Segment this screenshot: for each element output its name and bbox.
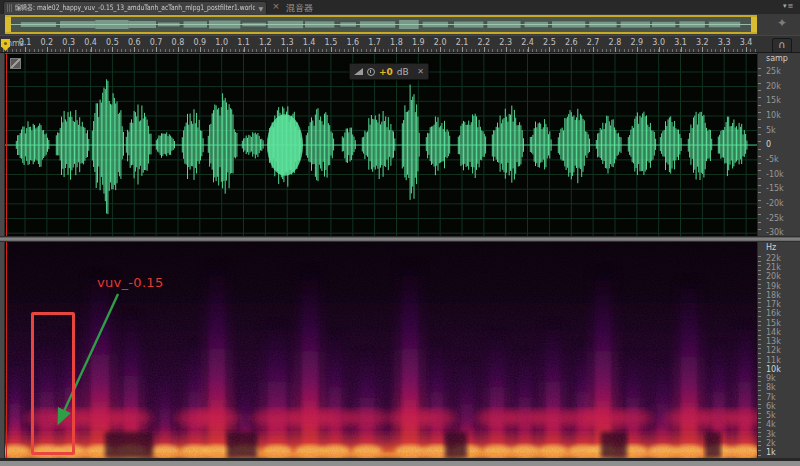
frequency-scale-unit: Hz <box>766 243 776 252</box>
ruler-major-tick <box>528 47 529 52</box>
scale-label: 0 <box>766 140 771 149</box>
ruler-tick-label: 1.5 <box>325 38 338 47</box>
ruler-major-tick <box>112 47 113 52</box>
ruler-major-tick <box>440 47 441 52</box>
gain-value[interactable]: +0 <box>379 67 393 77</box>
waveform-canvas <box>5 54 757 237</box>
panel-tab-bar: 编辑器: male02_happy_vuv_-0.15_13_amduTanh_… <box>0 0 800 15</box>
gain-unit-label: dB <box>397 67 409 77</box>
ruler-tick-label: 2.9 <box>630 38 643 47</box>
scale-label: -15k <box>766 184 784 193</box>
ruler-major-tick <box>91 47 92 52</box>
panel-menu-icon[interactable]: ▾≡ <box>783 2 794 10</box>
waveform-view[interactable]: +0 dB ✕ <box>5 53 757 236</box>
audio-editor-window: 编辑器: male02_happy_vuv_-0.15_13_amduTanh_… <box>0 0 800 466</box>
horizontal-scrollbar[interactable] <box>0 458 800 466</box>
chevron-down-icon[interactable]: ▼ <box>258 5 263 12</box>
ruler-major-tick <box>134 47 135 52</box>
ruler-tick-label: 2.8 <box>609 38 622 47</box>
ruler-major-tick <box>593 47 594 52</box>
tab-grip-icon <box>7 4 12 12</box>
star-icon: ✦ <box>777 16 787 30</box>
ruler-tick-label: 0.1 <box>19 38 32 47</box>
ruler-major-tick <box>746 47 747 52</box>
ruler-tick-label: 2.3 <box>499 38 512 47</box>
fade-ramp-icon[interactable] <box>354 68 363 75</box>
ruler-tick-label: 0.3 <box>62 38 75 47</box>
ruler-major-tick <box>659 47 660 52</box>
ruler-tick-label: 1.9 <box>412 38 425 47</box>
amplitude-scale[interactable]: samp 25k20k15k10k5k0-5k-10k-15k-20k-25k-… <box>757 53 800 236</box>
ruler-major-tick <box>69 47 70 52</box>
overview-row: ✦ <box>0 14 800 35</box>
frequency-scale[interactable]: Hz 22k21k20k19k18k17k16k15k14k13k12k11k1… <box>757 242 800 458</box>
ruler-tick-label: 1.6 <box>346 38 359 47</box>
ruler-tick-label: 3.0 <box>652 38 665 47</box>
scale-label: 3k <box>766 430 776 439</box>
ruler-ticks: 0.10.20.30.40.50.60.70.80.91.01.11.21.31… <box>5 36 757 52</box>
ruler-tick-label: 1.3 <box>281 38 294 47</box>
ruler-major-tick <box>571 47 572 52</box>
ruler-major-tick <box>681 47 682 52</box>
tab-close-icon[interactable]: × <box>271 1 281 11</box>
overview-waveform <box>11 17 751 32</box>
ruler-major-tick <box>353 47 354 52</box>
scale-label: 20k <box>766 272 781 281</box>
scale-label: 7k <box>766 393 776 402</box>
ruler-tick-label: 1.1 <box>237 38 250 47</box>
ruler-major-tick <box>484 47 485 52</box>
spectrogram-view[interactable]: vuv_-0.15 <box>5 242 757 458</box>
range-handle-right[interactable] <box>751 17 757 32</box>
ruler-major-tick <box>200 47 201 52</box>
time-ruler[interactable]: hms 0.10.20.30.40.50.60.70.80.91.01.11.2… <box>0 35 800 53</box>
overview-waveform-strip[interactable] <box>5 15 757 34</box>
scale-label: 1k <box>766 448 776 457</box>
scale-label: 21k <box>766 263 781 272</box>
ruler-major-tick <box>25 47 26 52</box>
ruler-major-tick <box>724 47 725 52</box>
scale-label: -25k <box>766 214 784 223</box>
ruler-tick-label: 1.0 <box>215 38 228 47</box>
scale-label: 18k <box>766 291 781 300</box>
ruler-tick-label: 2.5 <box>543 38 556 47</box>
ruler-tick-label: 3.4 <box>740 38 753 47</box>
ruler-tick-label: 2.7 <box>587 38 600 47</box>
ruler-major-tick <box>178 47 179 52</box>
ruler-tick-label: 2.4 <box>521 38 534 47</box>
hud-close-icon[interactable]: ✕ <box>417 67 424 76</box>
ruler-tick-label: 0.7 <box>150 38 163 47</box>
scale-label: 13k <box>766 337 781 346</box>
ruler-tick-label: 2.0 <box>434 38 447 47</box>
ruler-major-tick <box>462 47 463 52</box>
scale-label: 11k <box>766 356 781 365</box>
ruler-tick-label: 0.5 <box>106 38 119 47</box>
gain-hud: +0 dB ✕ <box>349 63 429 80</box>
snap-magnet-icon[interactable]: ∩ <box>772 38 792 53</box>
ruler-tick-label: 0.2 <box>40 38 53 47</box>
scale-label: 14k <box>766 328 781 337</box>
ruler-tick-label: 3.2 <box>696 38 709 47</box>
scale-label: -5k <box>766 155 779 164</box>
channel-disable-icon[interactable] <box>10 58 21 69</box>
range-handle-left[interactable] <box>5 17 11 32</box>
ruler-major-tick <box>637 47 638 52</box>
amplitude-scale-ticks <box>758 68 761 236</box>
scale-label: 4k <box>766 420 776 429</box>
ruler-major-tick <box>331 47 332 52</box>
ruler-major-tick <box>506 47 507 52</box>
ruler-major-tick <box>156 47 157 52</box>
clock-icon[interactable] <box>367 68 375 76</box>
scale-label: 6k <box>766 402 776 411</box>
ruler-major-tick <box>47 47 48 52</box>
ruler-major-tick <box>396 47 397 52</box>
ruler-tick-label: 1.7 <box>368 38 381 47</box>
tab-editor[interactable]: 编辑器: male02_happy_vuv_-0.15_13_amduTanh_… <box>3 1 267 14</box>
amplitude-scale-unit: samp <box>766 54 788 63</box>
scale-label: 10k <box>766 111 781 120</box>
scale-label: 17k <box>766 300 781 309</box>
ruler-major-tick <box>418 47 419 52</box>
scale-label: 5k <box>766 126 776 135</box>
scale-label: 25k <box>766 67 781 76</box>
ruler-tick-label: 1.8 <box>390 38 403 47</box>
scale-label: 9k <box>766 374 776 383</box>
